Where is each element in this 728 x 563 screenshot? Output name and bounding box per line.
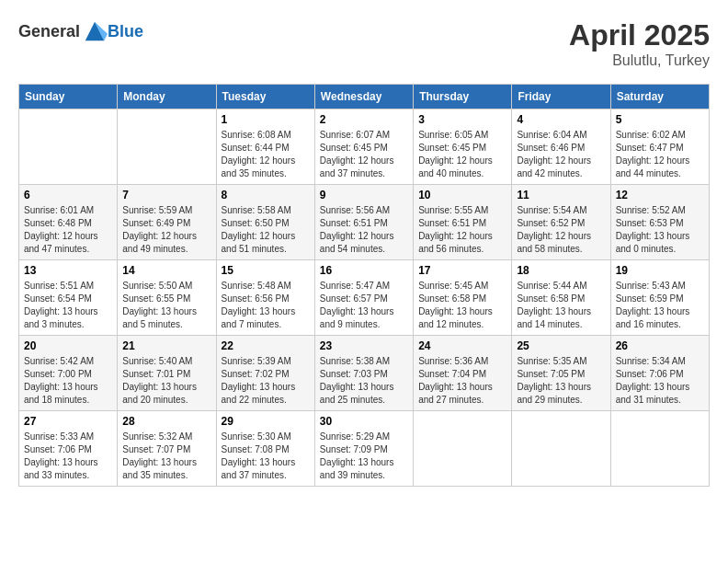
day-number: 5 bbox=[616, 113, 704, 126]
day-number: 20 bbox=[24, 339, 112, 352]
day-number: 17 bbox=[418, 264, 506, 277]
day-cell bbox=[118, 109, 216, 185]
day-cell: 27Sunrise: 5:33 AM Sunset: 7:06 PM Dayli… bbox=[19, 411, 118, 487]
day-info: Sunrise: 5:52 AM Sunset: 6:53 PM Dayligh… bbox=[616, 204, 704, 256]
day-info: Sunrise: 5:43 AM Sunset: 6:59 PM Dayligh… bbox=[616, 280, 704, 331]
day-cell: 23Sunrise: 5:38 AM Sunset: 7:03 PM Dayli… bbox=[314, 336, 413, 411]
day-cell: 18Sunrise: 5:44 AM Sunset: 6:58 PM Dayli… bbox=[512, 260, 610, 336]
day-cell: 5Sunrise: 6:02 AM Sunset: 6:47 PM Daylig… bbox=[610, 109, 709, 185]
week-row-5: 27Sunrise: 5:33 AM Sunset: 7:06 PM Dayli… bbox=[19, 411, 710, 487]
column-header-sunday: Sunday bbox=[19, 85, 118, 109]
day-number: 26 bbox=[616, 339, 704, 352]
day-info: Sunrise: 6:05 AM Sunset: 6:45 PM Dayligh… bbox=[418, 129, 506, 180]
day-number: 24 bbox=[418, 339, 506, 352]
column-header-monday: Monday bbox=[118, 85, 216, 109]
logo-general: General bbox=[18, 22, 80, 41]
calendar-table: SundayMondayTuesdayWednesdayThursdayFrid… bbox=[18, 84, 710, 487]
day-number: 3 bbox=[418, 113, 506, 126]
day-cell bbox=[512, 411, 610, 487]
day-cell: 3Sunrise: 6:05 AM Sunset: 6:45 PM Daylig… bbox=[414, 109, 512, 185]
day-cell bbox=[610, 411, 709, 487]
day-number: 28 bbox=[122, 415, 210, 428]
day-info: Sunrise: 5:29 AM Sunset: 7:09 PM Dayligh… bbox=[320, 431, 408, 482]
day-number: 29 bbox=[222, 415, 310, 428]
column-header-friday: Friday bbox=[512, 85, 610, 109]
day-cell: 30Sunrise: 5:29 AM Sunset: 7:09 PM Dayli… bbox=[314, 411, 413, 487]
day-cell: 24Sunrise: 5:36 AM Sunset: 7:04 PM Dayli… bbox=[414, 336, 512, 411]
day-cell: 7Sunrise: 5:59 AM Sunset: 6:49 PM Daylig… bbox=[118, 185, 216, 260]
column-header-wednesday: Wednesday bbox=[314, 85, 413, 109]
day-info: Sunrise: 5:34 AM Sunset: 7:06 PM Dayligh… bbox=[616, 355, 704, 407]
logo: General Blue bbox=[18, 18, 143, 44]
logo-icon bbox=[82, 18, 108, 44]
column-header-thursday: Thursday bbox=[414, 85, 512, 109]
day-number: 19 bbox=[616, 264, 704, 277]
day-info: Sunrise: 5:33 AM Sunset: 7:06 PM Dayligh… bbox=[24, 431, 112, 482]
day-info: Sunrise: 5:47 AM Sunset: 6:57 PM Dayligh… bbox=[320, 280, 408, 331]
day-info: Sunrise: 5:56 AM Sunset: 6:51 PM Dayligh… bbox=[320, 204, 408, 256]
day-cell bbox=[414, 411, 512, 487]
day-cell: 4Sunrise: 6:04 AM Sunset: 6:46 PM Daylig… bbox=[512, 109, 610, 185]
week-row-1: 1Sunrise: 6:08 AM Sunset: 6:44 PM Daylig… bbox=[19, 109, 710, 185]
page-header: General Blue April 2025 Bulutlu, Turkey bbox=[18, 18, 710, 69]
day-info: Sunrise: 5:42 AM Sunset: 7:00 PM Dayligh… bbox=[24, 355, 112, 407]
day-number: 9 bbox=[320, 189, 408, 201]
day-info: Sunrise: 5:39 AM Sunset: 7:02 PM Dayligh… bbox=[222, 355, 310, 407]
day-info: Sunrise: 5:44 AM Sunset: 6:58 PM Dayligh… bbox=[517, 280, 605, 331]
day-cell: 15Sunrise: 5:48 AM Sunset: 6:56 PM Dayli… bbox=[216, 260, 314, 336]
day-info: Sunrise: 5:30 AM Sunset: 7:08 PM Dayligh… bbox=[222, 431, 310, 482]
day-info: Sunrise: 5:59 AM Sunset: 6:49 PM Dayligh… bbox=[122, 204, 210, 256]
day-info: Sunrise: 5:58 AM Sunset: 6:50 PM Dayligh… bbox=[222, 204, 310, 256]
day-cell: 21Sunrise: 5:40 AM Sunset: 7:01 PM Dayli… bbox=[118, 336, 216, 411]
day-cell: 26Sunrise: 5:34 AM Sunset: 7:06 PM Dayli… bbox=[610, 336, 709, 411]
day-cell: 2Sunrise: 6:07 AM Sunset: 6:45 PM Daylig… bbox=[314, 109, 413, 185]
day-cell: 28Sunrise: 5:32 AM Sunset: 7:07 PM Dayli… bbox=[118, 411, 216, 487]
day-number: 8 bbox=[222, 189, 310, 201]
day-cell: 10Sunrise: 5:55 AM Sunset: 6:51 PM Dayli… bbox=[414, 185, 512, 260]
day-info: Sunrise: 5:35 AM Sunset: 7:05 PM Dayligh… bbox=[517, 355, 605, 407]
day-cell: 17Sunrise: 5:45 AM Sunset: 6:58 PM Dayli… bbox=[414, 260, 512, 336]
day-info: Sunrise: 5:55 AM Sunset: 6:51 PM Dayligh… bbox=[418, 204, 506, 256]
calendar-title: April 2025 bbox=[569, 18, 710, 52]
day-info: Sunrise: 5:51 AM Sunset: 6:54 PM Dayligh… bbox=[24, 280, 112, 331]
day-info: Sunrise: 6:01 AM Sunset: 6:48 PM Dayligh… bbox=[24, 204, 112, 256]
day-number: 25 bbox=[517, 339, 605, 352]
day-number: 1 bbox=[222, 113, 310, 126]
day-info: Sunrise: 6:02 AM Sunset: 6:47 PM Dayligh… bbox=[616, 129, 704, 180]
day-number: 4 bbox=[517, 113, 605, 126]
day-number: 13 bbox=[24, 264, 112, 277]
day-number: 12 bbox=[616, 189, 704, 201]
day-number: 23 bbox=[320, 339, 408, 352]
day-cell: 12Sunrise: 5:52 AM Sunset: 6:53 PM Dayli… bbox=[610, 185, 709, 260]
day-info: Sunrise: 5:48 AM Sunset: 6:56 PM Dayligh… bbox=[222, 280, 310, 331]
day-info: Sunrise: 5:45 AM Sunset: 6:58 PM Dayligh… bbox=[418, 280, 506, 331]
day-cell: 13Sunrise: 5:51 AM Sunset: 6:54 PM Dayli… bbox=[19, 260, 118, 336]
day-number: 14 bbox=[122, 264, 210, 277]
day-info: Sunrise: 5:40 AM Sunset: 7:01 PM Dayligh… bbox=[122, 355, 210, 407]
day-number: 15 bbox=[222, 264, 310, 277]
day-cell: 19Sunrise: 5:43 AM Sunset: 6:59 PM Dayli… bbox=[610, 260, 709, 336]
day-number: 7 bbox=[122, 189, 210, 201]
day-number: 10 bbox=[418, 189, 506, 201]
day-info: Sunrise: 5:36 AM Sunset: 7:04 PM Dayligh… bbox=[418, 355, 506, 407]
day-cell: 6Sunrise: 6:01 AM Sunset: 6:48 PM Daylig… bbox=[19, 185, 118, 260]
day-number: 27 bbox=[24, 415, 112, 428]
day-cell: 29Sunrise: 5:30 AM Sunset: 7:08 PM Dayli… bbox=[216, 411, 314, 487]
day-number: 22 bbox=[222, 339, 310, 352]
day-info: Sunrise: 6:08 AM Sunset: 6:44 PM Dayligh… bbox=[222, 129, 310, 180]
column-header-tuesday: Tuesday bbox=[216, 85, 314, 109]
day-number: 2 bbox=[320, 113, 408, 126]
week-row-4: 20Sunrise: 5:42 AM Sunset: 7:00 PM Dayli… bbox=[19, 336, 710, 411]
day-number: 30 bbox=[320, 415, 408, 428]
header-row: SundayMondayTuesdayWednesdayThursdayFrid… bbox=[19, 85, 710, 109]
day-info: Sunrise: 5:50 AM Sunset: 6:55 PM Dayligh… bbox=[122, 280, 210, 331]
day-number: 21 bbox=[122, 339, 210, 352]
day-cell: 9Sunrise: 5:56 AM Sunset: 6:51 PM Daylig… bbox=[314, 185, 413, 260]
day-cell bbox=[19, 109, 118, 185]
day-number: 18 bbox=[517, 264, 605, 277]
day-cell: 11Sunrise: 5:54 AM Sunset: 6:52 PM Dayli… bbox=[512, 185, 610, 260]
logo-blue: Blue bbox=[108, 22, 143, 41]
day-cell: 14Sunrise: 5:50 AM Sunset: 6:55 PM Dayli… bbox=[118, 260, 216, 336]
day-cell: 22Sunrise: 5:39 AM Sunset: 7:02 PM Dayli… bbox=[216, 336, 314, 411]
calendar-location: Bulutlu, Turkey bbox=[569, 52, 710, 69]
